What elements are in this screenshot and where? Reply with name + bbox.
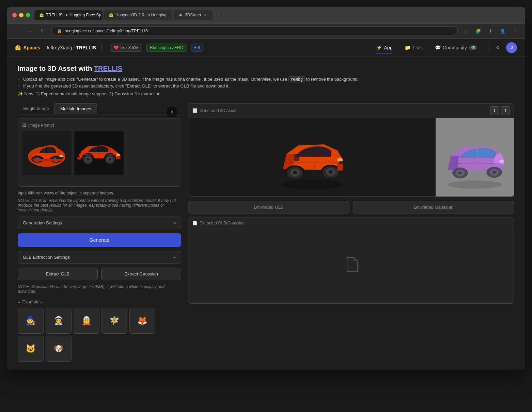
extract-gaussian-button[interactable]: Extract Gaussian	[101, 268, 181, 280]
accordion-arrow-gen: ◄	[173, 221, 176, 225]
examples-icon: ≡	[18, 299, 20, 304]
breadcrumb-repo[interactable]: TRELLIS	[76, 45, 96, 50]
right-col: ⬜ Generated 3D Asset ⬇ ⬆	[188, 103, 514, 362]
empty-file-icon	[344, 256, 358, 276]
browser-titlebar: 🤗 TRELLIS - a Hugging Face Sp... ✕ 🤗 Hun…	[7, 7, 525, 23]
gaussian-note: NOTE: Gaussian file can be very large (~…	[18, 284, 181, 294]
file-icon-header: 📄	[192, 221, 198, 225]
car-image-1[interactable]	[22, 131, 72, 175]
browser-nav: ← → ↻ 🔒 huggingface.co/spaces/JeffreyXia…	[7, 23, 525, 39]
left-col: Single Image Multiple Images 🖼 Image Pro…	[18, 103, 181, 362]
new-tab-button[interactable]: +	[214, 10, 223, 20]
menu-icon[interactable]: ⋮	[510, 26, 520, 36]
tab-close-hunyuan[interactable]: ✕	[172, 13, 172, 17]
glb-panel-header: 📄 Extracted GLB/Gaussian	[188, 218, 514, 228]
app-icon: ⚡	[376, 45, 382, 50]
asset-panel-label: ⬜ Generated 3D Asset	[192, 108, 236, 113]
plus-badge: + 8	[191, 44, 203, 52]
image-prompt-label: 🖼 Image Prompt	[22, 123, 177, 128]
header-badges: ❤️ like 3.51k Running on ZERO + 8	[110, 44, 203, 52]
image-tab-bar: Single Image Multiple Images	[18, 103, 181, 114]
tab-favicon-trellis: 🤗	[39, 13, 44, 17]
address-bar[interactable]: 🔒 huggingface.co/spaces/JeffreyXiang/TRE…	[51, 27, 458, 35]
example-2[interactable]: 👨‍🚀	[46, 308, 72, 334]
instruction-1: Upload an image and click "Generate" to …	[18, 77, 514, 82]
download-glb-button[interactable]: Download GLB	[188, 201, 349, 213]
page-title: Image to 3D Asset with TRELLIS	[18, 65, 514, 73]
example-6[interactable]: 🐱	[18, 336, 44, 362]
glb-extraction-settings[interactable]: GLB Extraction Settings ◄	[18, 251, 181, 264]
glb-settings-label: GLB Extraction Settings	[23, 255, 70, 260]
generated-3d-label: Generated 3D Asset	[200, 108, 236, 113]
image-prompt-panel: 🖼 Image Prompt	[18, 118, 181, 187]
accordion-arrow-glb: ◄	[173, 255, 176, 259]
download-icon[interactable]: ⬇	[486, 26, 495, 36]
examples-toggle[interactable]: ≡ Examples	[18, 299, 181, 304]
generate-button[interactable]: Generate	[18, 233, 181, 247]
download-3d-button[interactable]: ⬇	[490, 106, 499, 115]
breadcrumb-user[interactable]: JeffreyXiang	[46, 45, 72, 50]
tab-favicon-3dstreet: 🏙	[178, 13, 183, 17]
share-panel-button[interactable]: ⬆	[167, 107, 177, 117]
browser-tabs: 🤗 TRELLIS - a Hugging Face Sp... ✕ 🤗 Hun…	[34, 10, 520, 20]
spaces-emoji: 🤗	[15, 45, 21, 50]
download-gaussian-button[interactable]: Download Gaussian	[353, 201, 514, 213]
asset-viewer	[188, 118, 514, 196]
input-note: Input different views of the object in s…	[18, 191, 181, 195]
svg-rect-28	[294, 154, 299, 161]
settings-icon[interactable]: ⚙	[492, 42, 503, 53]
minimize-button[interactable]	[19, 13, 24, 17]
example-5[interactable]: 🦊	[129, 308, 155, 334]
generation-settings-label: Generation Settings	[23, 220, 62, 225]
asset-view-main[interactable]	[188, 118, 436, 196]
glb-panel-body	[188, 228, 514, 303]
svg-point-22	[109, 158, 111, 161]
extract-glb-button[interactable]: Extract GLB	[18, 268, 98, 280]
maximize-button[interactable]	[26, 13, 30, 17]
svg-point-26	[281, 179, 343, 190]
running-badge: Running on ZERO	[146, 44, 187, 52]
tab-multiple-images[interactable]: Multiple Images	[54, 103, 97, 114]
tab-label-hunyuan: Hunyuan3D-2.0 - a Hugging...	[115, 13, 170, 17]
generation-settings[interactable]: Generation Settings ◄	[18, 217, 181, 229]
car-image-2[interactable]	[74, 131, 124, 175]
like-badge[interactable]: ❤️ like 3.51k	[110, 44, 142, 52]
header-nav: ⚡ App 📁 Files 💬 Community 45	[371, 42, 483, 53]
close-button[interactable]	[12, 13, 17, 17]
example-7[interactable]: 🐶	[46, 336, 72, 362]
example-3[interactable]: 🧝	[74, 308, 99, 334]
nav-icons: ☆ 🧩 ⬇ 👤 ⋮	[461, 26, 520, 36]
bookmark-icon[interactable]: ☆	[461, 26, 471, 36]
nav-app-label: App	[384, 45, 392, 50]
example-4[interactable]: 🧚	[101, 308, 127, 334]
instruction-2: If you find the generated 3D asset satis…	[18, 83, 514, 89]
example-1[interactable]: 🧙	[18, 308, 44, 334]
forward-button[interactable]: →	[25, 26, 35, 36]
traffic-lights	[12, 13, 30, 17]
browser-tab-hunyuan[interactable]: 🤗 Hunyuan3D-2.0 - a Hugging... ✕	[104, 10, 172, 20]
reload-button[interactable]: ↻	[38, 26, 48, 36]
nav-files[interactable]: 📁 Files	[399, 42, 428, 53]
trellis-link[interactable]: TRELLIS	[94, 65, 122, 72]
community-icon: 💬	[435, 45, 441, 50]
like-count: 3.51k	[128, 45, 138, 50]
nav-community-label: Community	[443, 45, 467, 50]
asset-view-secondary[interactable]	[436, 118, 514, 196]
spaces-logo[interactable]: 🤗 Spaces	[15, 45, 40, 50]
tab-close-3dstreet[interactable]: ✕	[203, 13, 208, 17]
tab-label-trellis: TRELLIS - a Hugging Face Sp...	[46, 13, 103, 17]
extensions-icon[interactable]: 🧩	[473, 26, 483, 36]
profile-icon[interactable]: 👤	[498, 26, 507, 36]
cube-icon: ⬜	[192, 108, 198, 113]
breadcrumb: JeffreyXiang / TRELLIS	[46, 45, 96, 50]
nav-community[interactable]: 💬 Community 45	[429, 42, 483, 53]
running-label: Running on ZERO	[150, 45, 183, 50]
share-3d-button[interactable]: ⬆	[501, 106, 510, 115]
browser-tab-trellis[interactable]: 🤗 TRELLIS - a Hugging Face Sp... ✕	[34, 10, 103, 20]
back-button[interactable]: ←	[12, 26, 22, 36]
avatar[interactable]: J	[506, 42, 517, 53]
nav-app[interactable]: ⚡ App	[371, 42, 398, 53]
like-label: like	[121, 45, 127, 50]
tab-single-image[interactable]: Single Image	[18, 103, 54, 114]
browser-tab-3dstreet[interactable]: 🏙 3DStreet ✕	[173, 10, 213, 20]
